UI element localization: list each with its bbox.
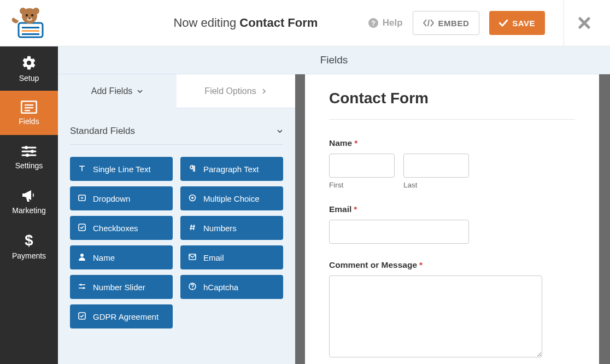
chevron-down-icon	[137, 88, 143, 95]
tab-label: Field Options	[204, 86, 256, 96]
field-type-number-slider[interactable]: Number Slider	[70, 275, 173, 299]
svg-text:$: $	[25, 232, 33, 248]
svg-point-8	[31, 14, 33, 16]
label-message: Comment or Message *	[329, 260, 575, 270]
label-name: Name *	[329, 138, 575, 148]
required-mark: *	[354, 204, 357, 214]
tab-label: Add Fields	[91, 86, 133, 96]
top-actions: ? Help EMBED SAVE	[368, 0, 590, 46]
group-standard-fields[interactable]: Standard Fields	[70, 119, 283, 145]
help-icon: ?	[368, 17, 379, 28]
bullhorn-icon	[21, 189, 37, 203]
svg-point-21	[31, 150, 34, 153]
save-button[interactable]: SAVE	[489, 11, 545, 35]
close-icon[interactable]	[578, 17, 590, 29]
svg-rect-3	[22, 33, 39, 35]
svg-rect-1	[22, 27, 39, 28]
save-label: SAVE	[512, 19, 535, 28]
field-type-label: Dropdown	[93, 194, 130, 203]
svg-rect-14	[25, 104, 33, 105]
field-type-hcaptcha[interactable]: hCaptcha	[180, 275, 283, 299]
field-type-label: Name	[93, 253, 115, 262]
user-icon	[78, 253, 86, 263]
field-type-paragraph-text[interactable]: Paragraph Text	[180, 157, 283, 181]
field-type-label: Paragraph Text	[203, 165, 259, 174]
editing-title: Now editing Contact Form	[58, 16, 368, 30]
sidebar-item-settings[interactable]: Settings	[0, 135, 58, 179]
svg-rect-15	[25, 107, 33, 108]
check-icon	[499, 19, 508, 27]
input-email[interactable]	[329, 220, 469, 244]
input-message[interactable]	[329, 275, 542, 357]
svg-point-5	[20, 8, 26, 14]
required-mark: *	[354, 138, 357, 148]
sliders-icon	[78, 282, 86, 292]
sidebar-item-label: Settings	[15, 161, 43, 170]
field-palette: Add Fields Field Options Standard Fields	[58, 74, 295, 364]
check-icon	[78, 223, 86, 233]
gear-icon	[21, 55, 37, 71]
svg-point-7	[26, 14, 28, 16]
form-icon	[21, 101, 37, 114]
divider	[564, 0, 564, 46]
wpforms-logo-icon	[10, 7, 48, 39]
sublabel-first: First	[329, 181, 395, 189]
label-email: Email *	[329, 204, 575, 214]
input-last-name[interactable]	[403, 154, 469, 178]
field-type-label: Numbers	[203, 224, 237, 233]
sidebar-item-label: Fields	[19, 117, 39, 126]
sidebar-item-label: Marketing	[12, 206, 45, 215]
radio-icon	[188, 193, 197, 204]
help-label: Help	[383, 17, 403, 28]
svg-point-33	[192, 288, 193, 289]
field-type-checkboxes[interactable]: Checkboxes	[70, 216, 173, 240]
text-icon	[78, 164, 86, 174]
field-type-multiple-choice[interactable]: Multiple Choice	[180, 186, 283, 210]
preview-title: Contact Form	[329, 90, 575, 120]
help-link[interactable]: ? Help	[368, 17, 403, 28]
input-first-name[interactable]	[329, 154, 395, 178]
field-type-name[interactable]: Name	[70, 245, 173, 269]
tab-add-fields[interactable]: Add Fields	[58, 74, 177, 108]
mail-icon	[188, 253, 197, 263]
field-type-gdpr-agreement[interactable]: GDPR Agreement	[70, 304, 173, 328]
sidebar-item-fields[interactable]: Fields	[0, 91, 58, 135]
svg-point-6	[33, 8, 39, 14]
svg-rect-2	[22, 30, 39, 32]
svg-point-22	[26, 154, 29, 157]
chevron-right-icon	[261, 88, 267, 95]
topbar: Now editing Contact Form ? Help EMBED SA…	[0, 0, 610, 46]
sublabel-last: Last	[403, 181, 469, 189]
field-type-label: Number Slider	[93, 283, 145, 292]
panel-header: Fields	[58, 46, 610, 74]
sidebar-item-label: Setup	[19, 74, 39, 83]
hash-icon	[188, 223, 197, 233]
field-type-label: Checkboxes	[93, 224, 138, 233]
tab-field-options[interactable]: Field Options	[177, 74, 295, 108]
label-text: Comment or Message	[329, 260, 417, 270]
field-type-email[interactable]: Email	[180, 245, 283, 269]
check-icon	[78, 312, 86, 322]
label-text: Name	[329, 138, 352, 148]
label-text: Email	[329, 204, 351, 214]
sidebar: Setup Fields Settings	[0, 46, 58, 364]
field-type-single-line-text[interactable]: Single Line Text	[70, 157, 173, 181]
embed-label: EMBED	[438, 19, 470, 28]
dollar-icon: $	[24, 232, 34, 248]
field-type-numbers[interactable]: Numbers	[180, 216, 283, 240]
svg-text:?: ?	[371, 19, 376, 27]
form-name: Contact Form	[239, 16, 318, 30]
sliders-icon	[21, 145, 37, 158]
embed-button[interactable]: EMBED	[413, 11, 480, 35]
required-mark: *	[419, 260, 423, 270]
embed-icon	[423, 19, 434, 27]
svg-point-30	[80, 284, 82, 286]
field-type-label: Multiple Choice	[203, 194, 260, 203]
sidebar-item-marketing[interactable]: Marketing	[0, 179, 58, 224]
svg-point-10	[28, 17, 31, 19]
sidebar-item-setup[interactable]: Setup	[0, 46, 58, 91]
field-type-dropdown[interactable]: Dropdown	[70, 186, 173, 210]
sidebar-item-payments[interactable]: $ Payments	[0, 224, 58, 268]
svg-point-20	[25, 146, 28, 149]
svg-point-26	[191, 197, 193, 199]
